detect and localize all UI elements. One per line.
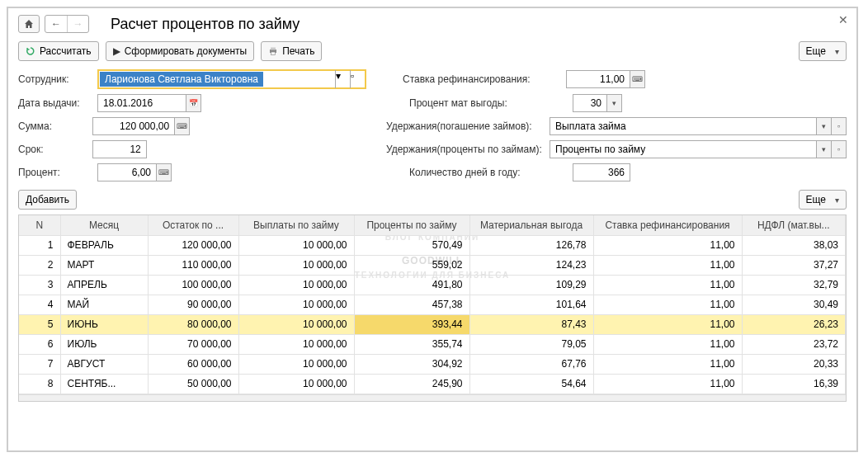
table-row[interactable]: 2МАРТ110 000,0010 000,00559,02124,2311,0… (19, 255, 846, 275)
nav-back-button[interactable]: ← (45, 16, 67, 32)
column-header[interactable]: Материальная выгода (469, 215, 593, 235)
table-row[interactable]: 1ФЕВРАЛЬ120 000,0010 000,00570,49126,781… (19, 235, 846, 255)
navbar: ← → Расчет процентов по займу (18, 15, 847, 33)
svg-rect-1 (271, 48, 276, 50)
refinance-label: Ставка рефинансирования: (403, 73, 559, 85)
deduct-repay-field[interactable]: Выплата займа ▾ ▫ (550, 117, 847, 135)
employee-open-icon[interactable]: ▫ (350, 70, 365, 88)
employee-label: Сотрудник: (18, 73, 91, 85)
calendar-icon[interactable]: 📅 (186, 95, 200, 111)
column-header[interactable]: Остаток по ... (148, 215, 238, 235)
open-ref-icon[interactable]: ▫ (831, 118, 846, 134)
percent-field[interactable]: 6,00 ⌨ (97, 163, 172, 182)
calculator-icon[interactable]: ⌨ (174, 118, 189, 134)
deduct-interest-label: Удержания(проценты по займам): (386, 144, 543, 155)
term-label: Срок: (18, 144, 86, 155)
toolbar: Рассчитать ▶ Сформировать документы Печа… (18, 41, 847, 61)
dropdown-icon[interactable]: ▾ (606, 95, 621, 111)
column-header[interactable]: Ставка рефинансирования (593, 215, 742, 235)
nav-forward-button[interactable]: → (67, 16, 88, 32)
table-row[interactable]: 8СЕНТЯБ...50 000,0010 000,00245,9054,641… (19, 374, 846, 394)
refresh-icon (26, 46, 35, 56)
add-button[interactable]: Добавить (18, 190, 77, 210)
matgain-label: Процент мат выгоды: (409, 97, 566, 109)
column-header[interactable]: Выплаты по займу (238, 215, 354, 235)
table-row[interactable]: 4МАЙ90 000,0010 000,00457,38101,6411,003… (19, 295, 846, 314)
svg-rect-2 (271, 52, 276, 55)
term-field[interactable]: 12 (92, 140, 147, 158)
page-title: Расчет процентов по займу (111, 16, 300, 33)
issue-date-field[interactable]: 18.01.2016 📅 (97, 94, 201, 112)
calculator-icon[interactable]: ⌨ (156, 164, 171, 181)
days-field[interactable]: 366 (573, 163, 630, 182)
amount-label: Сумма: (18, 120, 86, 132)
close-icon[interactable]: ✕ (838, 13, 848, 26)
table-row[interactable]: 5ИЮНЬ80 000,0010 000,00393,4487,4311,002… (19, 314, 846, 334)
home-button[interactable] (18, 15, 40, 33)
amount-field[interactable]: 120 000,00 ⌨ (92, 117, 190, 135)
deduct-interest-field[interactable]: Проценты по займу ▾ ▫ (550, 140, 847, 158)
matgain-field[interactable]: 30 ▾ (573, 94, 622, 112)
table-row[interactable]: 7АВГУСТ60 000,0010 000,00304,9267,7611,0… (19, 354, 846, 374)
dropdown-icon[interactable]: ▾ (816, 141, 831, 158)
table-row[interactable]: 6ИЮЛЬ70 000,0010 000,00355,7479,0511,002… (19, 334, 846, 354)
print-button[interactable]: Печать (261, 41, 322, 61)
open-ref-icon[interactable]: ▫ (831, 141, 846, 158)
play-icon: ▶ (113, 45, 120, 57)
days-label: Количество дней в году: (409, 167, 566, 178)
employee-dropdown-icon[interactable]: ▾ (335, 70, 350, 88)
form-documents-button[interactable]: ▶ Сформировать документы (106, 41, 255, 61)
table-more-button[interactable]: Еще (799, 190, 847, 210)
refinance-field[interactable]: 11,00 ⌨ (566, 70, 645, 88)
column-header[interactable]: N (19, 215, 60, 235)
issue-date-label: Дата выдачи: (18, 97, 91, 109)
column-header[interactable]: Месяц (60, 215, 148, 235)
table-row[interactable]: 3АПРЕЛЬ100 000,0010 000,00491,80109,2911… (19, 275, 846, 295)
dropdown-icon[interactable]: ▾ (816, 118, 831, 134)
column-header[interactable]: Проценты по займу (354, 215, 469, 235)
percent-label: Процент: (18, 167, 91, 178)
employee-field[interactable]: Ларионова Светлана Викторовна ▾ ▫ (97, 69, 366, 89)
print-icon (268, 46, 278, 56)
more-button[interactable]: Еще (799, 41, 847, 61)
calculate-button[interactable]: Рассчитать (18, 41, 99, 61)
column-header[interactable]: НДФЛ (мат.вы... (742, 215, 846, 235)
deduct-repay-label: Удержания(погашение займов): (386, 120, 543, 132)
calculator-icon[interactable]: ⌨ (630, 71, 644, 87)
loan-table[interactable]: NМесяцОстаток по ...Выплаты по займуПроц… (18, 214, 847, 402)
